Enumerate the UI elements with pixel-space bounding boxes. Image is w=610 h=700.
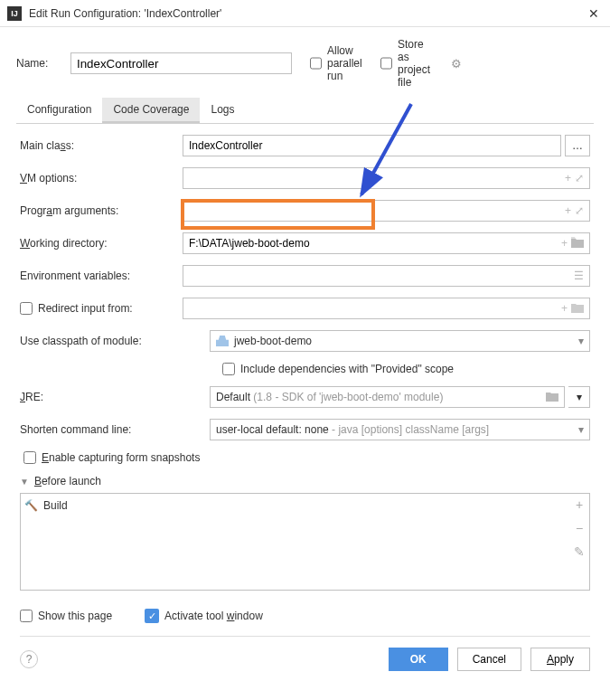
before-launch-list: 🔨 Build + − ✎ bbox=[20, 493, 590, 591]
name-label: Name: bbox=[16, 57, 70, 70]
plus-icon[interactable]: + bbox=[561, 237, 568, 251]
jre-select[interactable]: Default (1.8 - SDK of 'jweb-boot-demo' m… bbox=[210, 386, 565, 408]
activate-tool-checkbox[interactable]: ✓ bbox=[145, 609, 159, 623]
program-args-input[interactable]: + ⤢ bbox=[183, 200, 590, 222]
apply-button[interactable]: Apply bbox=[530, 648, 590, 671]
main-class-label: Main class: bbox=[20, 139, 183, 152]
classpath-value: jweb-boot-demo bbox=[234, 335, 312, 347]
vm-options-input[interactable]: + ⤢ bbox=[183, 167, 590, 189]
store-project-label: Store as project file bbox=[398, 38, 435, 89]
shorten-suffix: - java [options] className [args] bbox=[329, 423, 489, 436]
before-launch-section[interactable]: ▼ Before launch bbox=[20, 475, 590, 487]
main-class-browse-button[interactable]: … bbox=[565, 135, 590, 156]
hammer-icon: 🔨 bbox=[24, 499, 38, 512]
tab-logs[interactable]: Logs bbox=[200, 98, 245, 123]
remove-icon[interactable]: − bbox=[576, 521, 583, 535]
help-icon[interactable]: ? bbox=[20, 650, 38, 668]
expand-icon[interactable]: ⤢ bbox=[575, 172, 584, 184]
plus-icon[interactable]: + bbox=[565, 172, 571, 184]
jre-value-suffix: (1.8 - SDK of 'jweb-boot-demo' module) bbox=[250, 391, 443, 403]
enable-snapshots-label: Enable capturing form snapshots bbox=[42, 451, 200, 464]
folder-icon bbox=[571, 302, 584, 316]
tab-code-coverage[interactable]: Code Coverage bbox=[102, 98, 200, 123]
env-vars-input[interactable]: ☰ bbox=[183, 265, 590, 287]
redirect-input-field: + bbox=[183, 298, 590, 319]
cancel-button[interactable]: Cancel bbox=[457, 648, 521, 671]
env-vars-label: Environment variables: bbox=[20, 270, 183, 282]
name-input[interactable] bbox=[70, 52, 292, 74]
shorten-prefix: user-local default: none bbox=[216, 423, 329, 436]
allow-parallel-label: Allow parallel run bbox=[327, 44, 364, 82]
folder-icon[interactable] bbox=[571, 237, 584, 251]
allow-parallel-checkbox[interactable] bbox=[310, 57, 322, 70]
list-icon[interactable]: ☰ bbox=[574, 270, 584, 282]
folder-icon[interactable] bbox=[546, 391, 558, 404]
chevron-down-icon: ▾ bbox=[578, 423, 584, 436]
working-dir-label: Working directory: bbox=[20, 237, 183, 250]
include-provided-label: Include dependencies with "Provided" sco… bbox=[240, 363, 454, 375]
shorten-select[interactable]: user-local default: none - java [options… bbox=[210, 419, 590, 440]
include-provided-checkbox[interactable] bbox=[222, 363, 235, 375]
classpath-select[interactable]: jweb-boot-demo ▾ bbox=[210, 330, 590, 352]
triangle-down-icon: ▼ bbox=[20, 477, 29, 487]
redirect-input-checkbox[interactable] bbox=[20, 302, 33, 315]
enable-snapshots-checkbox[interactable] bbox=[23, 451, 36, 464]
main-class-input[interactable] bbox=[183, 135, 561, 156]
program-args-label: Program arguments: bbox=[20, 204, 183, 217]
build-item-label: Build bbox=[43, 499, 68, 512]
close-icon[interactable]: ✕ bbox=[585, 5, 603, 23]
show-page-label: Show this page bbox=[38, 610, 112, 622]
list-item[interactable]: 🔨 Build bbox=[24, 497, 566, 514]
add-icon[interactable]: + bbox=[576, 497, 583, 512]
jre-value-prefix: Default bbox=[216, 391, 250, 403]
plus-icon: + bbox=[561, 302, 568, 316]
app-icon: IJ bbox=[7, 6, 22, 21]
gear-icon[interactable]: ⚙ bbox=[451, 57, 462, 71]
dialog-title: Edit Run Configuration: 'IndexController… bbox=[29, 7, 585, 20]
before-launch-label: Before launch bbox=[34, 475, 101, 487]
tabs: Configuration Code Coverage Logs bbox=[16, 98, 594, 124]
vm-options-label: VM options: bbox=[20, 172, 183, 184]
jre-dropdown-button[interactable]: ▾ bbox=[568, 386, 590, 408]
jre-label: JRE: bbox=[20, 391, 210, 403]
ok-button[interactable]: OK bbox=[389, 648, 448, 671]
expand-icon[interactable]: ⤢ bbox=[575, 204, 584, 217]
store-project-checkbox[interactable] bbox=[380, 57, 392, 70]
activate-tool-label: Activate tool window bbox=[164, 610, 263, 622]
edit-icon[interactable]: ✎ bbox=[574, 544, 585, 559]
shorten-label: Shorten command line: bbox=[20, 423, 210, 436]
working-dir-input[interactable]: + bbox=[183, 232, 590, 254]
module-icon bbox=[216, 336, 229, 346]
chevron-down-icon: ▾ bbox=[578, 335, 584, 347]
classpath-label: Use classpath of module: bbox=[20, 335, 210, 347]
redirect-input-label: Redirect input from: bbox=[38, 302, 133, 315]
titlebar: IJ Edit Run Configuration: 'IndexControl… bbox=[0, 0, 610, 27]
tab-configuration[interactable]: Configuration bbox=[16, 98, 102, 123]
show-page-checkbox[interactable] bbox=[20, 610, 33, 622]
plus-icon[interactable]: + bbox=[565, 204, 571, 217]
